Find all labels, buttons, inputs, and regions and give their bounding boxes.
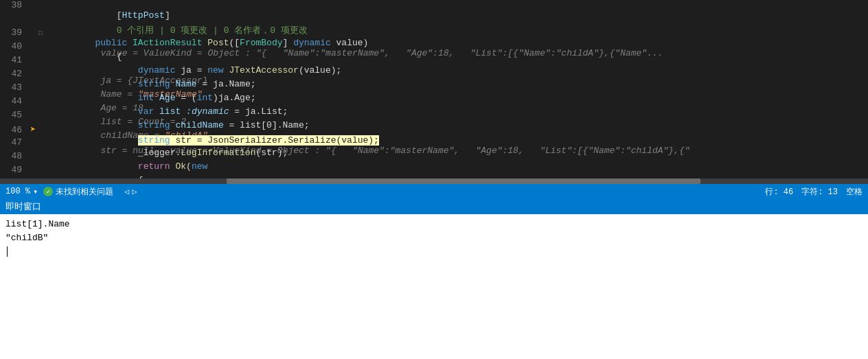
code-line-43: 43 int Age = (int)ja.Age; Age = 18 [0,82,868,96]
code-line-38: 38 [HttpPost] [0,0,868,14]
imm-cursor-line [5,244,863,258]
code-line-41: 41 dynamic ja = new JTextAccessor(value)… [0,55,868,69]
line-number-47: 47 [0,137,27,148]
zoom-label: 100 % [5,187,30,196]
status-ok: ✓ 未找到相关问题 [43,186,113,198]
imm-line-2: "childB" [5,231,863,244]
code-line-ref: 0 个引用 | 0 项更改 | 0 名作者，0 项更改 [0,14,868,27]
line-number-38: 38 [0,0,27,10]
char-info: 字符: 13 [801,186,838,198]
line-number-39: 39 [0,27,27,38]
line-number-41: 41 [0,55,27,65]
status-right: 行: 46 字符: 13 空格 [765,186,863,198]
code-content-49: { [49,165,868,178]
line-number-46: 46 [0,125,27,135]
imm-text-2: "childB" [5,233,48,243]
code-line-47: 47 _logger.LogInformation(str); [0,137,868,151]
line-number-49: 49 [0,165,27,175]
immediate-window-header: 即时窗口 [0,199,868,214]
code-line-44: 44 var list :dynamic = ja.List; list = C… [0,96,868,110]
status-left: 100 % ▾ ✓ 未找到相关问题 [5,186,113,198]
nav-forward-icon[interactable]: ▷ [132,187,137,197]
imm-line-1: list[1].Name [5,217,863,231]
immediate-window-body[interactable]: list[1].Name "childB" [0,214,868,359]
text-cursor [7,246,8,257]
immediate-window-title: 即时窗口 [5,200,41,213]
indicator-46: ➤ [27,124,38,135]
indicator-39: □ [27,27,38,38]
encoding-info: 空格 [846,186,863,198]
imm-text-1: list[1].Name [5,219,70,229]
line-number-42: 42 [0,69,27,79]
status-message: 未找到相关问题 [56,186,113,198]
status-bar: 100 % ▾ ✓ 未找到相关问题 ◁ ▷ 行: 46 字符: 13 空格 [0,184,868,199]
line-number-48: 48 [0,151,27,161]
code-line-46: 46 ➤ string str = JsonSerializer.Seriali… [0,124,868,137]
code-lines: 38 [HttpPost] 0 个引用 | 0 项更改 | 0 名作者，0 项更… [0,0,868,178]
nav-controls[interactable]: ◁ ▷ [124,187,137,197]
immediate-window: 即时窗口 list[1].Name "childB" [0,199,868,359]
line-info: 行: 46 [765,186,793,198]
line-number-40: 40 [0,41,27,51]
line-number-44: 44 [0,96,27,106]
code-line-39: 39 □ □ public IActionResult Post([FromBo… [0,27,868,41]
code-line-42: 42 string Name = ja.Name; Name = "master… [0,69,868,82]
code-line-49: 49 { [0,165,868,178]
code-line-45: 45 string childName = list[0].Name; chil… [0,110,868,124]
nav-back-icon[interactable]: ◁ [124,187,129,197]
code-line-48: 48 return Ok(new [0,151,868,165]
code-line-40: 40 { [0,41,868,55]
scrollbar-thumb[interactable] [227,178,700,184]
zoom-arrow[interactable]: ▾ [33,187,38,197]
line-number-43: 43 [0,82,27,93]
ok-icon: ✓ [43,187,53,196]
zoom-control[interactable]: 100 % ▾ [5,187,38,197]
editor-area: 38 [HttpPost] 0 个引用 | 0 项更改 | 0 名作者，0 项更… [0,0,868,178]
collapse-39[interactable]: □ [38,30,49,37]
line-number-45: 45 [0,110,27,120]
horizontal-scrollbar[interactable] [0,178,868,184]
